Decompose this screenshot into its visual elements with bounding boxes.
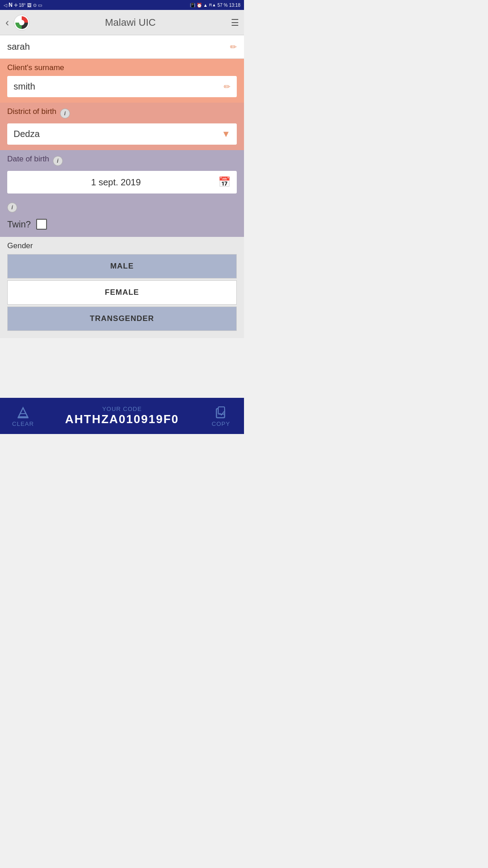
temperature-icon: 18° bbox=[19, 3, 26, 8]
dob-value: 1 sept. 2019 bbox=[14, 177, 218, 188]
dropdown-arrow-icon: ▼ bbox=[221, 129, 230, 139]
surname-value: smith bbox=[14, 81, 224, 92]
dob-section: Date of birth i 1 sept. 2019 📅 bbox=[0, 150, 244, 199]
surname-section: Client's surname smith ✏ bbox=[0, 59, 244, 103]
monitor-icon: ▭ bbox=[38, 3, 42, 8]
code-display: YOUR CODE AHTHZA010919F0 bbox=[39, 406, 205, 426]
image-icon: 🖼 bbox=[27, 3, 32, 8]
app-title: Malawi UIC bbox=[34, 17, 226, 28]
twin-row: Twin? bbox=[7, 219, 237, 230]
clear-icon bbox=[16, 405, 30, 420]
extra-info-icon[interactable]: i bbox=[7, 203, 17, 212]
district-dropdown[interactable]: Dedza ▼ bbox=[7, 123, 237, 145]
extra-info-row: i bbox=[7, 203, 237, 212]
calendar-icon[interactable]: 📅 bbox=[218, 176, 230, 188]
district-section: District of birth i Dedza ▼ bbox=[0, 103, 244, 150]
alarm-icon: ⏰ bbox=[197, 3, 202, 8]
time-display: 13:18 bbox=[229, 3, 240, 8]
your-code-label: YOUR CODE bbox=[102, 406, 142, 412]
dob-label: Date of birth bbox=[7, 155, 49, 164]
status-left: ◁ N ✛ 18° 🖼 ⊙ ▭ bbox=[4, 2, 42, 8]
vibrate-icon: 📳 bbox=[190, 3, 195, 8]
copy-label: COPY bbox=[212, 420, 230, 427]
form-content: sarah ✏ Client's surname smith ✏ Distric… bbox=[0, 35, 244, 398]
navigation-icon: ◁ bbox=[4, 3, 7, 8]
code-value: AHTHZA010919F0 bbox=[65, 412, 179, 426]
surname-edit-icon[interactable]: ✏ bbox=[224, 82, 230, 92]
district-info-icon[interactable]: i bbox=[60, 108, 70, 118]
clear-button[interactable]: CLEAR bbox=[7, 405, 39, 427]
signal-r-icon: R▲ bbox=[209, 3, 216, 7]
first-name-section: sarah ✏ bbox=[0, 35, 244, 59]
district-label: District of birth bbox=[7, 107, 56, 116]
app-bar: ‹ Malawi UIC ☰ bbox=[0, 10, 244, 35]
dob-label-row: Date of birth i bbox=[7, 155, 237, 167]
svg-point-1 bbox=[19, 20, 24, 25]
app-logo bbox=[14, 14, 30, 31]
first-name-value: sarah bbox=[7, 42, 230, 52]
battery-text: 57 % bbox=[217, 3, 228, 8]
surname-input-box[interactable]: smith ✏ bbox=[7, 76, 237, 97]
dob-input-box[interactable]: 1 sept. 2019 📅 bbox=[7, 171, 237, 193]
settings-icon: ⊙ bbox=[33, 3, 37, 8]
status-right: 📳 ⏰ ▲ R▲ 57 % 13:18 bbox=[190, 3, 240, 8]
svg-rect-4 bbox=[218, 407, 225, 414]
clear-label: CLEAR bbox=[12, 420, 34, 427]
district-value: Dedza bbox=[14, 129, 221, 139]
surname-label: Client's surname bbox=[7, 63, 237, 72]
gender-transgender-button[interactable]: TRANSGENDER bbox=[7, 307, 237, 331]
twin-checkbox[interactable] bbox=[36, 219, 47, 230]
twin-label: Twin? bbox=[7, 219, 31, 230]
plus-icon: ✛ bbox=[14, 3, 18, 8]
bottom-bar: CLEAR YOUR CODE AHTHZA010919F0 COPY bbox=[0, 398, 244, 434]
copy-button[interactable]: COPY bbox=[205, 405, 237, 427]
gender-male-button[interactable]: MALE bbox=[7, 254, 237, 278]
dob-info-icon[interactable]: i bbox=[53, 156, 63, 166]
network-n-icon: N bbox=[9, 2, 13, 8]
gender-female-button[interactable]: FEMALE bbox=[7, 280, 237, 305]
status-bar: ◁ N ✛ 18° 🖼 ⊙ ▭ 📳 ⏰ ▲ R▲ 57 % 13:18 bbox=[0, 0, 244, 10]
menu-button[interactable]: ☰ bbox=[231, 17, 239, 28]
wifi-icon: ▲ bbox=[203, 3, 208, 8]
district-label-row: District of birth i bbox=[7, 107, 237, 120]
gender-section: Gender MALE FEMALE TRANSGENDER bbox=[0, 237, 244, 338]
twin-section: i Twin? bbox=[0, 199, 244, 237]
first-name-edit-icon[interactable]: ✏ bbox=[230, 42, 237, 52]
gender-label: Gender bbox=[7, 241, 237, 250]
back-button[interactable]: ‹ bbox=[5, 16, 9, 29]
copy-icon bbox=[214, 405, 228, 420]
